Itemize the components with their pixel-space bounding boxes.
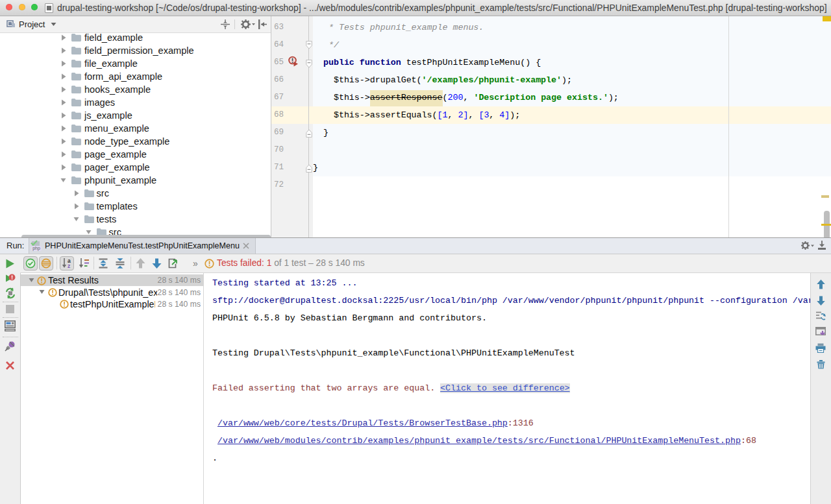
svg-text:z: z (68, 263, 70, 269)
